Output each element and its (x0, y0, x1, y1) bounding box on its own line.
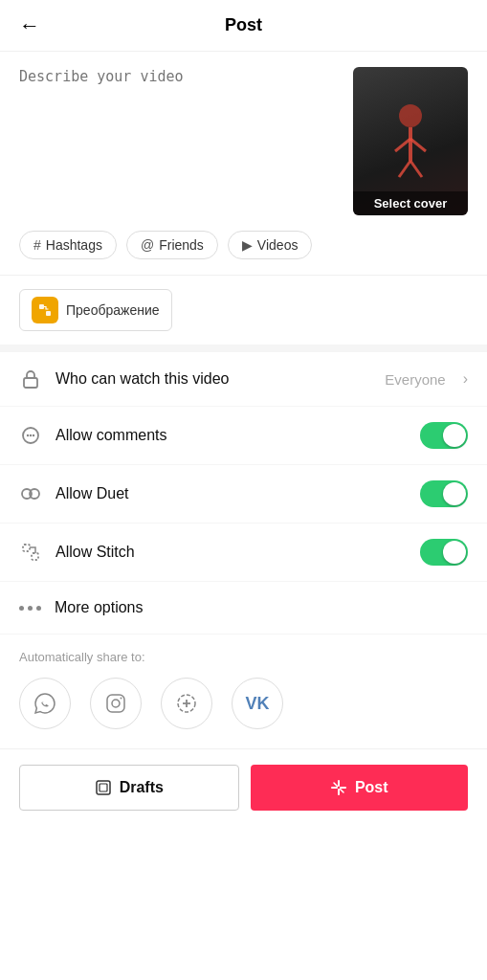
hashtags-label: Hashtags (46, 237, 102, 253)
svg-rect-17 (107, 695, 124, 712)
svg-rect-24 (100, 784, 107, 791)
at-icon: @ (141, 237, 154, 253)
svg-rect-23 (97, 781, 110, 794)
svg-point-18 (112, 700, 120, 707)
svg-point-11 (30, 434, 32, 436)
svg-point-12 (33, 434, 34, 436)
more-options-row[interactable]: More options (0, 582, 487, 635)
stitch-icon (19, 541, 42, 564)
allow-stitch-toggle[interactable] (420, 539, 468, 566)
chevron-right-icon: › (463, 370, 468, 388)
allow-comments-label: Allow comments (55, 427, 407, 444)
who-can-watch-value: Everyone (385, 371, 445, 388)
vk-button[interactable]: VK (232, 678, 283, 729)
whatsapp-button[interactable] (19, 678, 71, 729)
more-dots-icon (19, 606, 41, 611)
dot-3 (36, 606, 41, 611)
svg-point-19 (121, 698, 122, 700)
allow-stitch-label: Allow Stitch (55, 544, 407, 561)
instagram-icon (104, 692, 127, 715)
share-icons-row: VK (19, 678, 468, 729)
friends-label: Friends (159, 237, 204, 253)
svg-rect-8 (24, 378, 37, 388)
svg-line-29 (334, 783, 338, 787)
spark-icon (330, 779, 347, 796)
videos-label: Videos (257, 237, 299, 253)
svg-line-4 (399, 161, 410, 177)
header: ← Post (0, 0, 487, 52)
who-can-watch-row[interactable]: Who can watch this video Everyone › (0, 352, 487, 407)
instagram-button[interactable] (90, 678, 142, 729)
drafts-label: Drafts (120, 779, 164, 796)
allow-duet-row: Allow Duet (0, 465, 487, 523)
svg-rect-6 (39, 304, 44, 309)
dot-2 (28, 606, 33, 611)
more-options-label: More options (55, 599, 144, 616)
describe-section: Select cover (0, 52, 487, 231)
allow-duet-toggle[interactable] (420, 480, 468, 507)
post-label: Post (355, 779, 388, 796)
tiktok-share-button[interactable] (161, 678, 212, 729)
vk-icon: VK (245, 694, 269, 714)
effect-label: Преображение (66, 302, 160, 318)
bottom-actions: Drafts Post (0, 748, 487, 826)
svg-rect-15 (23, 545, 30, 551)
dot-1 (19, 606, 24, 611)
settings-section: Who can watch this video Everyone › Allo… (0, 352, 487, 582)
back-button[interactable]: ← (19, 13, 40, 38)
svg-rect-16 (32, 553, 38, 560)
toggle-knob-2 (443, 482, 466, 505)
who-can-watch-label: Who can watch this video (55, 370, 371, 388)
allow-duet-label: Allow Duet (55, 485, 407, 502)
friends-button[interactable]: @ Friends (126, 231, 218, 259)
post-button[interactable]: Post (251, 765, 469, 811)
svg-point-0 (399, 104, 422, 127)
drafts-icon (95, 779, 112, 796)
drafts-button[interactable]: Drafts (19, 765, 239, 811)
divider-2 (0, 345, 487, 352)
hashtag-icon: # (33, 237, 41, 253)
add-circle-icon (175, 692, 198, 715)
effect-row: Преображение (0, 276, 487, 345)
svg-line-3 (410, 139, 426, 151)
effect-badge[interactable]: Преображение (19, 289, 172, 331)
hashtags-button[interactable]: # Hashtags (19, 231, 117, 259)
play-icon: ▶ (242, 237, 253, 253)
toggle-knob (443, 424, 466, 447)
cover-label[interactable]: Select cover (353, 191, 468, 215)
share-title: Automatically share to: (19, 650, 468, 664)
transform-icon (37, 302, 53, 318)
toggle-knob-3 (443, 541, 466, 564)
allow-comments-toggle[interactable] (420, 422, 468, 449)
tag-row: # Hashtags @ Friends ▶ Videos (0, 231, 487, 275)
svg-line-30 (340, 790, 343, 793)
svg-line-2 (395, 139, 410, 151)
describe-input[interactable] (19, 67, 342, 215)
share-section: Automatically share to: (0, 635, 487, 748)
whatsapp-icon (33, 692, 56, 715)
cover-container[interactable]: Select cover (353, 67, 468, 215)
comment-icon (19, 424, 42, 447)
page-title: Post (225, 15, 262, 35)
svg-line-5 (410, 161, 422, 177)
allow-comments-row: Allow comments (0, 407, 487, 465)
cover-figure-icon (382, 99, 439, 185)
svg-point-10 (27, 434, 29, 436)
effect-icon (32, 297, 58, 323)
allow-stitch-row: Allow Stitch (0, 523, 487, 582)
svg-rect-7 (46, 311, 51, 316)
videos-button[interactable]: ▶ Videos (228, 231, 313, 259)
duet-icon (19, 482, 42, 505)
lock-icon (19, 368, 42, 390)
